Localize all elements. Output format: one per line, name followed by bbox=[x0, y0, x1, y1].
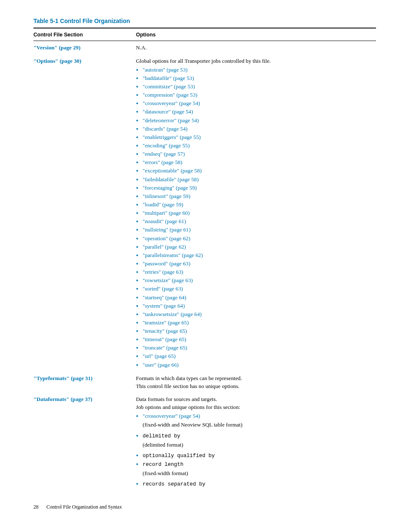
list-item[interactable]: "tenacity" (page 65) bbox=[143, 328, 187, 334]
list-item[interactable]: "crossoveryear" (page 54) bbox=[143, 100, 200, 106]
list-item[interactable]: "timeout" (page 65) bbox=[143, 336, 187, 342]
table-row: "Options" (page 30) Global options for a… bbox=[33, 54, 376, 372]
section-link-version[interactable]: "Version" (page 29) bbox=[33, 44, 80, 51]
dataformats-list: "crossoveryear" (page 54) (fixed-width a… bbox=[136, 412, 376, 488]
list-item: records separated by bbox=[143, 481, 205, 487]
list-item[interactable]: "multipart" (page 60) bbox=[143, 210, 190, 216]
table-row: "Version" (page 29) N.A. bbox=[33, 41, 376, 54]
page-number: 28 bbox=[33, 504, 45, 511]
list-item[interactable]: "password" (page 63) bbox=[143, 260, 190, 267]
list-item[interactable]: "compression" (page 53) bbox=[143, 92, 197, 98]
list-item[interactable]: "commitsize" (page 53) bbox=[143, 83, 195, 90]
list-item[interactable]: "noaudit" (page 61) bbox=[143, 218, 186, 224]
list-item[interactable]: "retries" (page 63) bbox=[143, 269, 183, 275]
header-section: Control File Section bbox=[33, 28, 136, 41]
list-item[interactable]: "endseq" (page 57) bbox=[143, 151, 185, 157]
control-file-table: Control File Section Options "Version" (… bbox=[33, 28, 376, 491]
typeformats-desc1: Formats in which data types can be repre… bbox=[136, 374, 376, 382]
section-link-dataformats[interactable]: "Dataformats" (page 37) bbox=[33, 396, 92, 402]
header-options: Options bbox=[136, 28, 376, 41]
list-item[interactable]: "enabletriggers" (page 55) bbox=[143, 134, 201, 140]
dataformats-desc1: Data formats for sources and targets. bbox=[136, 395, 376, 403]
table-row: "Dataformats" (page 37) Data formats for… bbox=[33, 393, 376, 491]
list-item: delimited by bbox=[143, 433, 180, 439]
list-item[interactable]: "taskrowsetsize" (page 64) bbox=[143, 311, 202, 317]
table-row: "Typeformats" (page 31) Formats in which… bbox=[33, 372, 376, 393]
typeformats-desc2: This control file section has no unique … bbox=[136, 382, 376, 390]
list-item[interactable]: "sorted" (page 63) bbox=[143, 285, 183, 292]
list-item[interactable]: "crossoveryear" (page 54) bbox=[143, 413, 200, 419]
version-desc: N.A. bbox=[136, 41, 376, 54]
options-desc: Global options for all Transporter jobs … bbox=[136, 57, 376, 65]
list-item[interactable]: "deleteonerror" (page 54) bbox=[143, 117, 199, 123]
list-item[interactable]: "forcestaging" (page 59) bbox=[143, 185, 197, 191]
list-item[interactable]: "nullstring" (page 61) bbox=[143, 226, 191, 233]
list-item[interactable]: "teamsize" (page 65) bbox=[143, 319, 189, 326]
list-item[interactable]: "faileddatafile" (page 58) bbox=[143, 176, 199, 182]
section-link-typeformats[interactable]: "Typeformats" (page 31) bbox=[33, 375, 92, 381]
page-footer: 28 Control File Organization and Syntax bbox=[33, 504, 376, 511]
table-title: Table 5-1 Control File Organization bbox=[33, 17, 376, 25]
list-item[interactable]: "datasource" (page 54) bbox=[143, 108, 193, 115]
list-item[interactable]: "parallel" (page 62) bbox=[143, 244, 186, 250]
list-item[interactable]: "user" (page 66) bbox=[143, 362, 179, 368]
list-item[interactable]: "url" (page 65) bbox=[143, 353, 176, 359]
list-item[interactable]: "exceptiontable" (page 58) bbox=[143, 167, 202, 174]
options-list: "autotran" (page 53) "baddatafile" (page… bbox=[136, 66, 376, 369]
list-item[interactable]: "encoding" (page 55) bbox=[143, 142, 190, 149]
list-item[interactable]: "startseq" (page 64) bbox=[143, 294, 187, 301]
list-note: (fixed-width and Neoview SQL table forma… bbox=[143, 421, 376, 429]
list-item[interactable]: "system" (page 64) bbox=[143, 303, 185, 309]
list-item: record length bbox=[143, 462, 184, 468]
list-item[interactable]: "operation" (page 62) bbox=[143, 235, 190, 242]
list-item[interactable]: "loadid" (page 59) bbox=[143, 201, 183, 208]
list-item[interactable]: "discards" (page 54) bbox=[143, 126, 187, 132]
list-item[interactable]: "rowsetsize" (page 63) bbox=[143, 277, 193, 283]
list-note: (fixed-width format) bbox=[143, 469, 376, 477]
list-item[interactable]: "parallelstreams" (page 62) bbox=[143, 252, 203, 258]
list-item[interactable]: "truncate" (page 65) bbox=[143, 344, 187, 351]
dataformats-desc2: Job options and unique options for this … bbox=[136, 403, 376, 411]
section-link-options[interactable]: "Options" (page 30) bbox=[33, 58, 81, 64]
list-item[interactable]: "autotran" (page 53) bbox=[143, 67, 187, 73]
list-note: (delimited format) bbox=[143, 441, 376, 449]
list-item[interactable]: "baddatafile" (page 53) bbox=[143, 75, 194, 81]
list-item: optionally qualified by bbox=[143, 453, 215, 459]
list-item[interactable]: "errors" (page 58) bbox=[143, 159, 182, 165]
list-item[interactable]: "inlinesort" (page 59) bbox=[143, 193, 190, 199]
footer-title: Control File Organization and Syntax bbox=[46, 504, 122, 510]
